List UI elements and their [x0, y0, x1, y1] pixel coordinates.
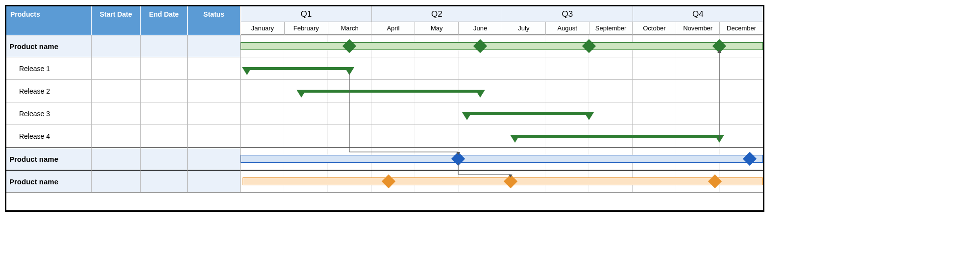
gantt-chart: Products Start Date End Date Status Q1 Q… — [5, 5, 764, 212]
dependency-arrows — [6, 6, 763, 210]
svg-marker-2 — [509, 175, 513, 177]
svg-marker-1 — [717, 50, 721, 53]
svg-marker-0 — [456, 152, 460, 155]
